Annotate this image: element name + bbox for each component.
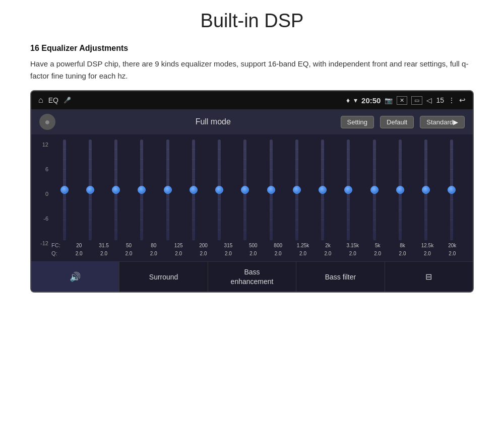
fc-val-4: 125 bbox=[166, 243, 191, 248]
setting-button[interactable]: Setting bbox=[341, 116, 374, 128]
volume-icon: ◁ bbox=[426, 96, 432, 104]
y-label-neg12: -12 bbox=[39, 240, 48, 246]
fc-val-9: 1.25k bbox=[290, 243, 315, 248]
slider-thumb-10[interactable] bbox=[319, 186, 327, 194]
fc-val-6: 315 bbox=[216, 243, 240, 248]
slider-track-7[interactable] bbox=[243, 139, 246, 240]
slider-thumb-12[interactable] bbox=[370, 186, 379, 194]
slider-thumb-6[interactable] bbox=[215, 186, 223, 194]
surround-button[interactable]: Surround bbox=[119, 262, 208, 292]
bottom-bar: 🔊 Surround Bassenhancement Bass filter ⊟ bbox=[31, 261, 473, 292]
slider-col-13 bbox=[387, 139, 413, 240]
slider-track-5[interactable] bbox=[192, 139, 195, 240]
slider-col-3 bbox=[129, 139, 155, 240]
slider-track-9[interactable] bbox=[295, 139, 298, 240]
slider-thumb-9[interactable] bbox=[293, 186, 301, 194]
section-title: 16 Equalizer Adjustments bbox=[30, 44, 474, 53]
page-container: Built-in DSP 16 Equalizer Adjustments Ha… bbox=[0, 0, 504, 303]
slider-track-0[interactable] bbox=[63, 139, 66, 240]
fc-label: FC: bbox=[51, 242, 67, 248]
slider-col-9 bbox=[284, 139, 309, 240]
slider-track-1[interactable] bbox=[89, 139, 92, 240]
slider-track-15[interactable] bbox=[450, 139, 453, 240]
status-center: ♦ ▾ 20:50 📷 ✕ ▭ ◁ 15 ⋮ ↩ bbox=[346, 96, 466, 105]
equalizer-icon: ⊟ bbox=[425, 272, 432, 282]
slider-col-15 bbox=[439, 139, 465, 240]
slider-thumb-15[interactable] bbox=[448, 186, 456, 194]
default-button[interactable]: Default bbox=[380, 116, 414, 128]
slider-col-0 bbox=[51, 139, 77, 240]
fc-row: FC: 2031.550801252003155008001.25k2k3.15… bbox=[51, 240, 465, 249]
slider-col-7 bbox=[232, 139, 258, 240]
slider-thumb-7[interactable] bbox=[241, 186, 249, 194]
y-label-0: 0 bbox=[39, 191, 48, 197]
fc-val-12: 5k bbox=[365, 243, 390, 248]
slider-thumb-0[interactable] bbox=[60, 186, 69, 194]
home-icon[interactable]: ⌂ bbox=[38, 96, 43, 105]
fc-val-13: 8k bbox=[390, 243, 415, 248]
menu-icon[interactable]: ⋮ bbox=[448, 96, 455, 104]
slider-col-11 bbox=[336, 139, 361, 240]
slider-track-2[interactable] bbox=[114, 139, 117, 240]
y-label-12: 12 bbox=[39, 142, 48, 148]
slider-track-13[interactable] bbox=[399, 139, 402, 240]
mode-label: Full mode bbox=[92, 117, 335, 126]
dsp-screen: ⌂ EQ 🎤 ♦ ▾ 20:50 📷 ✕ ▭ ◁ 15 ⋮ ↩ ● Ful bbox=[30, 90, 474, 293]
q-val-7: 2.0 bbox=[241, 251, 266, 256]
q-val-12: 2.0 bbox=[365, 251, 390, 256]
fc-val-5: 200 bbox=[191, 243, 216, 248]
slider-thumb-14[interactable] bbox=[422, 186, 430, 194]
slider-col-12 bbox=[361, 139, 387, 240]
q-val-1: 2.0 bbox=[91, 251, 116, 256]
standard-button[interactable]: Standard▶ bbox=[420, 116, 465, 128]
mic-icon: 🎤 bbox=[64, 97, 71, 104]
slider-track-3[interactable] bbox=[140, 139, 143, 240]
slider-thumb-5[interactable] bbox=[190, 186, 198, 194]
time-display: 20:50 bbox=[361, 96, 381, 105]
close-icon[interactable]: ✕ bbox=[397, 96, 407, 105]
camera-icon: 📷 bbox=[385, 97, 393, 104]
fc-val-11: 3.15k bbox=[340, 243, 365, 248]
slider-track-10[interactable] bbox=[321, 139, 324, 240]
slider-thumb-8[interactable] bbox=[267, 186, 275, 194]
fc-val-7: 500 bbox=[241, 243, 266, 248]
slider-col-5 bbox=[180, 139, 206, 240]
slider-track-12[interactable] bbox=[373, 139, 376, 240]
slider-thumb-13[interactable] bbox=[396, 186, 404, 194]
signal-icon: ▾ bbox=[354, 96, 357, 104]
q-val-5: 2.0 bbox=[191, 251, 216, 256]
slider-track-4[interactable] bbox=[166, 139, 169, 240]
slider-track-14[interactable] bbox=[424, 139, 427, 240]
slider-track-11[interactable] bbox=[347, 139, 350, 240]
slider-track-8[interactable] bbox=[270, 139, 273, 240]
fc-values: 2031.550801252003155008001.25k2k3.15k5k8… bbox=[67, 243, 465, 248]
sliders-area: FC: 2031.550801252003155008001.25k2k3.15… bbox=[51, 139, 465, 258]
fc-val-2: 50 bbox=[116, 243, 141, 248]
circle-button[interactable]: ● bbox=[39, 114, 55, 130]
q-values: 2.02.02.02.02.02.02.02.02.02.02.02.02.02… bbox=[67, 251, 465, 256]
slider-thumb-2[interactable] bbox=[112, 186, 120, 194]
eq-controls: ● Full mode Setting Default Standard▶ bbox=[31, 109, 473, 134]
slider-thumb-1[interactable] bbox=[86, 186, 94, 194]
equalizer-button[interactable]: ⊟ bbox=[385, 262, 473, 292]
slider-track-6[interactable] bbox=[218, 139, 221, 240]
fc-val-0: 20 bbox=[67, 243, 91, 248]
slider-thumb-3[interactable] bbox=[138, 186, 146, 194]
back-icon[interactable]: ↩ bbox=[459, 96, 466, 105]
slider-col-8 bbox=[258, 139, 284, 240]
slider-thumb-4[interactable] bbox=[164, 186, 172, 194]
status-bar: ⌂ EQ 🎤 ♦ ▾ 20:50 📷 ✕ ▭ ◁ 15 ⋮ ↩ bbox=[31, 91, 473, 109]
speaker-icon: 🔊 bbox=[70, 271, 81, 283]
speaker-button[interactable]: 🔊 bbox=[31, 262, 119, 292]
q-val-4: 2.0 bbox=[166, 251, 191, 256]
page-title: Built-in DSP bbox=[30, 10, 474, 32]
q-row: Q: 2.02.02.02.02.02.02.02.02.02.02.02.02… bbox=[51, 249, 465, 258]
volume-level: 15 bbox=[436, 96, 444, 104]
window-icon[interactable]: ▭ bbox=[411, 96, 422, 105]
slider-thumb-11[interactable] bbox=[344, 186, 352, 194]
bass-filter-button[interactable]: Bass filter bbox=[296, 262, 385, 292]
bass-enhancement-button[interactable]: Bassenhancement bbox=[208, 262, 296, 292]
status-left: ⌂ EQ 🎤 bbox=[38, 96, 71, 105]
q-val-0: 2.0 bbox=[67, 251, 91, 256]
slider-col-14 bbox=[413, 139, 439, 240]
